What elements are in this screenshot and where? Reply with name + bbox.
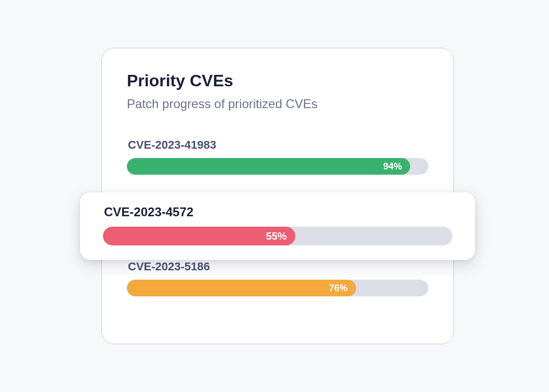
card-title: Priority CVEs bbox=[127, 71, 428, 90]
progress-fill: 76% bbox=[127, 280, 356, 296]
progress-value: 55% bbox=[266, 230, 287, 242]
cve-row: CVE-2023-41983 94% bbox=[127, 138, 428, 175]
progress-bar: 55% bbox=[103, 227, 452, 245]
cve-id-label: CVE-2023-5186 bbox=[127, 260, 428, 273]
progress-value: 76% bbox=[329, 283, 348, 294]
card-subtitle: Patch progress of prioritized CVEs bbox=[127, 97, 428, 111]
progress-fill: 55% bbox=[103, 227, 295, 245]
cve-id-label: CVE-2023-4572 bbox=[103, 205, 452, 219]
progress-fill: 94% bbox=[127, 158, 410, 175]
progress-value: 94% bbox=[383, 161, 402, 172]
progress-bar: 76% bbox=[127, 280, 428, 296]
cve-row: CVE-2023-5186 76% bbox=[127, 260, 428, 296]
highlighted-cve-card[interactable]: CVE-2023-4572 55% bbox=[80, 192, 475, 260]
progress-bar: 94% bbox=[127, 158, 428, 175]
cve-id-label: CVE-2023-41983 bbox=[127, 138, 428, 152]
